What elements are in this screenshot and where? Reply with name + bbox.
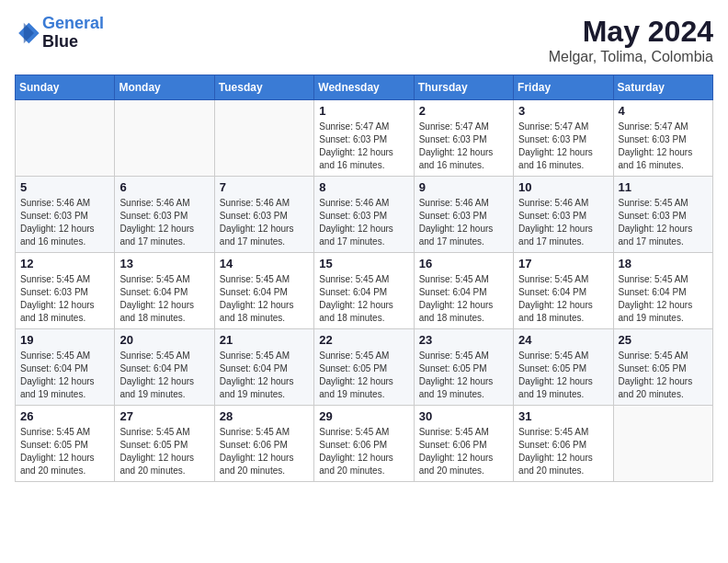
calendar-cell: 31Sunrise: 5:45 AM Sunset: 6:06 PM Dayli… [514, 406, 613, 482]
day-number: 16 [419, 257, 508, 270]
day-detail: Sunrise: 5:46 AM Sunset: 6:03 PM Dayligh… [220, 197, 309, 248]
calendar-cell [613, 406, 712, 482]
day-header-friday: Friday [514, 75, 613, 100]
calendar-week-2: 5Sunrise: 5:46 AM Sunset: 6:03 PM Daylig… [16, 177, 713, 253]
calendar-cell: 5Sunrise: 5:46 AM Sunset: 6:03 PM Daylig… [16, 177, 115, 253]
day-detail: Sunrise: 5:47 AM Sunset: 6:03 PM Dayligh… [419, 121, 508, 172]
calendar-header-row: SundayMondayTuesdayWednesdayThursdayFrid… [16, 75, 713, 100]
calendar-cell [214, 100, 313, 177]
calendar-cell: 17Sunrise: 5:45 AM Sunset: 6:04 PM Dayli… [514, 253, 613, 329]
calendar-cell: 21Sunrise: 5:45 AM Sunset: 6:04 PM Dayli… [214, 329, 313, 406]
day-number: 21 [220, 333, 309, 347]
day-number: 19 [20, 333, 109, 347]
day-number: 8 [319, 180, 408, 194]
day-detail: Sunrise: 5:45 AM Sunset: 6:06 PM Dayligh… [319, 426, 408, 477]
day-number: 20 [119, 333, 209, 347]
day-number: 25 [619, 333, 708, 347]
day-detail: Sunrise: 5:46 AM Sunset: 6:03 PM Dayligh… [20, 197, 109, 248]
day-detail: Sunrise: 5:45 AM Sunset: 6:04 PM Dayligh… [119, 350, 209, 401]
calendar-cell [16, 100, 115, 177]
day-detail: Sunrise: 5:45 AM Sunset: 6:03 PM Dayligh… [20, 273, 109, 325]
day-number: 30 [419, 409, 508, 423]
calendar-cell: 13Sunrise: 5:45 AM Sunset: 6:04 PM Dayli… [115, 253, 214, 329]
day-number: 7 [220, 180, 309, 194]
location: Melgar, Tolima, Colombia [549, 49, 713, 65]
day-number: 29 [319, 409, 408, 423]
day-detail: Sunrise: 5:45 AM Sunset: 6:04 PM Dayligh… [619, 273, 708, 325]
day-number: 24 [518, 333, 608, 347]
day-header-sunday: Sunday [16, 75, 115, 100]
day-number: 2 [419, 104, 508, 118]
day-number: 6 [119, 180, 209, 194]
logo-icon [15, 20, 40, 46]
calendar-cell: 2Sunrise: 5:47 AM Sunset: 6:03 PM Daylig… [414, 100, 513, 177]
day-number: 13 [119, 257, 209, 270]
calendar-cell: 19Sunrise: 5:45 AM Sunset: 6:04 PM Dayli… [16, 329, 115, 406]
calendar-cell: 28Sunrise: 5:45 AM Sunset: 6:06 PM Dayli… [214, 406, 313, 482]
calendar-cell: 10Sunrise: 5:46 AM Sunset: 6:03 PM Dayli… [514, 177, 613, 253]
calendar-week-3: 12Sunrise: 5:45 AM Sunset: 6:03 PM Dayli… [16, 253, 713, 329]
day-number: 1 [319, 104, 408, 118]
logo: General Blue [15, 15, 104, 52]
day-number: 9 [419, 180, 508, 194]
calendar-cell: 9Sunrise: 5:46 AM Sunset: 6:03 PM Daylig… [414, 177, 513, 253]
calendar-cell: 14Sunrise: 5:45 AM Sunset: 6:04 PM Dayli… [214, 253, 313, 329]
calendar-table: SundayMondayTuesdayWednesdayThursdayFrid… [15, 75, 713, 482]
calendar-cell: 11Sunrise: 5:45 AM Sunset: 6:03 PM Dayli… [613, 177, 712, 253]
day-detail: Sunrise: 5:45 AM Sunset: 6:05 PM Dayligh… [20, 426, 109, 477]
day-detail: Sunrise: 5:46 AM Sunset: 6:03 PM Dayligh… [518, 197, 608, 248]
day-detail: Sunrise: 5:45 AM Sunset: 6:05 PM Dayligh… [119, 426, 209, 477]
day-detail: Sunrise: 5:46 AM Sunset: 6:03 PM Dayligh… [419, 197, 508, 248]
day-number: 4 [619, 104, 708, 118]
day-detail: Sunrise: 5:45 AM Sunset: 6:04 PM Dayligh… [20, 350, 109, 401]
day-header-monday: Monday [115, 75, 214, 100]
calendar-cell: 15Sunrise: 5:45 AM Sunset: 6:04 PM Dayli… [314, 253, 414, 329]
calendar-cell: 3Sunrise: 5:47 AM Sunset: 6:03 PM Daylig… [514, 100, 613, 177]
day-number: 17 [518, 257, 608, 270]
day-detail: Sunrise: 5:45 AM Sunset: 6:06 PM Dayligh… [419, 426, 508, 477]
day-detail: Sunrise: 5:45 AM Sunset: 6:06 PM Dayligh… [220, 426, 309, 477]
calendar-cell: 30Sunrise: 5:45 AM Sunset: 6:06 PM Dayli… [414, 406, 513, 482]
day-detail: Sunrise: 5:45 AM Sunset: 6:04 PM Dayligh… [319, 273, 408, 325]
calendar-cell: 16Sunrise: 5:45 AM Sunset: 6:04 PM Dayli… [414, 253, 513, 329]
day-number: 5 [20, 180, 109, 194]
page-header: General Blue May 2024 Melgar, Tolima, Co… [15, 15, 713, 65]
calendar-cell: 8Sunrise: 5:46 AM Sunset: 6:03 PM Daylig… [314, 177, 414, 253]
day-detail: Sunrise: 5:47 AM Sunset: 6:03 PM Dayligh… [518, 121, 608, 172]
day-detail: Sunrise: 5:47 AM Sunset: 6:03 PM Dayligh… [619, 121, 708, 172]
calendar-cell: 26Sunrise: 5:45 AM Sunset: 6:05 PM Dayli… [16, 406, 115, 482]
day-detail: Sunrise: 5:47 AM Sunset: 6:03 PM Dayligh… [319, 121, 408, 172]
day-detail: Sunrise: 5:45 AM Sunset: 6:03 PM Dayligh… [619, 197, 708, 248]
calendar-cell: 1Sunrise: 5:47 AM Sunset: 6:03 PM Daylig… [314, 100, 414, 177]
calendar-cell: 29Sunrise: 5:45 AM Sunset: 6:06 PM Dayli… [314, 406, 414, 482]
month-year: May 2024 [549, 15, 713, 49]
day-detail: Sunrise: 5:46 AM Sunset: 6:03 PM Dayligh… [119, 197, 209, 248]
calendar-cell: 23Sunrise: 5:45 AM Sunset: 6:05 PM Dayli… [414, 329, 513, 406]
day-detail: Sunrise: 5:45 AM Sunset: 6:05 PM Dayligh… [419, 350, 508, 401]
title-area: May 2024 Melgar, Tolima, Colombia [549, 15, 713, 65]
calendar-cell: 20Sunrise: 5:45 AM Sunset: 6:04 PM Dayli… [115, 329, 214, 406]
day-number: 18 [619, 257, 708, 270]
calendar-week-5: 26Sunrise: 5:45 AM Sunset: 6:05 PM Dayli… [16, 406, 713, 482]
calendar-cell: 27Sunrise: 5:45 AM Sunset: 6:05 PM Dayli… [115, 406, 214, 482]
calendar-cell [115, 100, 214, 177]
day-number: 15 [319, 257, 408, 270]
day-number: 27 [119, 409, 209, 423]
calendar-week-1: 1Sunrise: 5:47 AM Sunset: 6:03 PM Daylig… [16, 100, 713, 177]
day-number: 22 [319, 333, 408, 347]
day-header-thursday: Thursday [414, 75, 513, 100]
logo-text: General Blue [42, 15, 104, 52]
calendar-cell: 22Sunrise: 5:45 AM Sunset: 6:05 PM Dayli… [314, 329, 414, 406]
day-detail: Sunrise: 5:45 AM Sunset: 6:04 PM Dayligh… [220, 350, 309, 401]
day-detail: Sunrise: 5:45 AM Sunset: 6:05 PM Dayligh… [518, 350, 608, 401]
calendar-cell: 18Sunrise: 5:45 AM Sunset: 6:04 PM Dayli… [613, 253, 712, 329]
calendar-body: 1Sunrise: 5:47 AM Sunset: 6:03 PM Daylig… [16, 100, 713, 482]
calendar-cell: 6Sunrise: 5:46 AM Sunset: 6:03 PM Daylig… [115, 177, 214, 253]
day-header-saturday: Saturday [613, 75, 712, 100]
day-number: 12 [20, 257, 109, 270]
calendar-cell: 24Sunrise: 5:45 AM Sunset: 6:05 PM Dayli… [514, 329, 613, 406]
day-detail: Sunrise: 5:45 AM Sunset: 6:04 PM Dayligh… [119, 273, 209, 325]
calendar-cell: 25Sunrise: 5:45 AM Sunset: 6:05 PM Dayli… [613, 329, 712, 406]
day-header-wednesday: Wednesday [314, 75, 414, 100]
day-number: 10 [518, 180, 608, 194]
